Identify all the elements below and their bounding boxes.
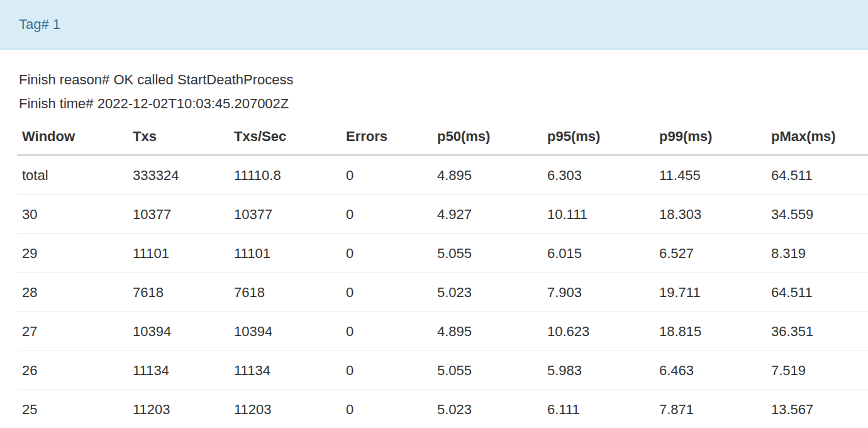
table-cell: 6.527 bbox=[654, 234, 766, 273]
table-cell: 7.903 bbox=[542, 273, 654, 312]
col-header-window: Window bbox=[17, 119, 128, 155]
table-cell: 10.111 bbox=[542, 195, 654, 234]
table-row: 25112031120305.0236.1117.87113.567 bbox=[17, 390, 868, 428]
table-cell: 0 bbox=[341, 155, 432, 195]
table-cell: 7618 bbox=[128, 273, 229, 312]
table-cell: 7.519 bbox=[766, 351, 868, 390]
table-cell: 10394 bbox=[229, 312, 341, 351]
table-cell: 8.319 bbox=[766, 234, 868, 273]
table-cell: 5.023 bbox=[432, 273, 542, 312]
table-cell: 36.351 bbox=[766, 312, 868, 351]
col-header-p99: p99(ms) bbox=[654, 119, 766, 155]
table-cell: 13.567 bbox=[766, 390, 868, 428]
table-cell: 28 bbox=[17, 273, 128, 312]
table-cell: total bbox=[17, 155, 128, 195]
table-cell: 0 bbox=[341, 351, 432, 390]
table-row: 26111341113405.0555.9836.4637.519 bbox=[17, 351, 868, 390]
table-cell: 0 bbox=[341, 390, 432, 428]
table-row: 30103771037704.92710.11118.30334.559 bbox=[17, 195, 868, 234]
table-cell: 25 bbox=[17, 390, 128, 428]
table-row: total33332411110.804.8956.30311.45564.51… bbox=[17, 155, 868, 195]
table-cell: 11134 bbox=[229, 351, 341, 390]
table-cell: 5.983 bbox=[542, 351, 654, 390]
table-cell: 34.559 bbox=[766, 195, 868, 234]
stats-table: Window Txs Txs/Sec Errors p50(ms) p95(ms… bbox=[17, 119, 868, 428]
table-row: 27103941039404.89510.62318.81536.351 bbox=[17, 312, 868, 351]
table-header-row: Window Txs Txs/Sec Errors p50(ms) p95(ms… bbox=[17, 119, 868, 155]
tag-panel-heading: Tag# 1 bbox=[0, 0, 868, 50]
panel-title: Tag# 1 bbox=[19, 16, 60, 32]
table-cell: 11110.8 bbox=[229, 155, 341, 195]
col-header-txs-sec: Txs/Sec bbox=[229, 119, 341, 155]
table-cell: 11203 bbox=[128, 390, 229, 428]
table-cell: 6.303 bbox=[542, 155, 654, 195]
table-cell: 10377 bbox=[229, 195, 341, 234]
table-cell: 10394 bbox=[128, 312, 229, 351]
table-cell: 4.927 bbox=[432, 195, 542, 234]
table-cell: 26 bbox=[17, 351, 128, 390]
table-cell: 4.895 bbox=[432, 312, 542, 351]
col-header-p50: p50(ms) bbox=[432, 119, 542, 155]
table-cell: 333324 bbox=[128, 155, 229, 195]
table-cell: 0 bbox=[341, 273, 432, 312]
table-cell: 27 bbox=[17, 312, 128, 351]
table-cell: 7618 bbox=[229, 273, 341, 312]
table-cell: 0 bbox=[341, 312, 432, 351]
table-cell: 18.303 bbox=[654, 195, 766, 234]
table-cell: 30 bbox=[17, 195, 128, 234]
finish-time-text: Finish time# 2022-12-02T10:03:45.207002Z bbox=[19, 92, 868, 116]
col-header-txs: Txs bbox=[128, 119, 229, 155]
table-cell: 6.015 bbox=[542, 234, 654, 273]
table-cell: 6.111 bbox=[542, 390, 654, 428]
table-cell: 11134 bbox=[128, 351, 229, 390]
table-body: total33332411110.804.8956.30311.45564.51… bbox=[17, 155, 868, 428]
run-summary: Finish reason# OK called StartDeathProce… bbox=[19, 68, 868, 116]
col-header-errors: Errors bbox=[341, 119, 432, 155]
table-cell: 19.711 bbox=[654, 273, 766, 312]
table-cell: 6.463 bbox=[654, 351, 766, 390]
table-cell: 5.055 bbox=[432, 234, 542, 273]
table-cell: 11.455 bbox=[654, 155, 766, 195]
table-cell: 11101 bbox=[128, 234, 229, 273]
table-cell: 64.511 bbox=[766, 155, 868, 195]
table-row: 29111011110105.0556.0156.5278.319 bbox=[17, 234, 868, 273]
table-cell: 0 bbox=[341, 195, 432, 234]
table-cell: 29 bbox=[17, 234, 128, 273]
col-header-p95: p95(ms) bbox=[542, 119, 654, 155]
table-cell: 5.023 bbox=[432, 390, 542, 428]
table-cell: 5.055 bbox=[432, 351, 542, 390]
table-cell: 11203 bbox=[229, 390, 341, 428]
col-header-pmax: pMax(ms) bbox=[766, 119, 868, 155]
finish-reason-text: Finish reason# OK called StartDeathProce… bbox=[19, 68, 868, 92]
table-cell: 10.623 bbox=[542, 312, 654, 351]
table-cell: 64.511 bbox=[766, 273, 868, 312]
table-row: 287618761805.0237.90319.71164.511 bbox=[17, 273, 868, 312]
table-cell: 11101 bbox=[229, 234, 341, 273]
table-cell: 7.871 bbox=[654, 390, 766, 428]
table-cell: 18.815 bbox=[654, 312, 766, 351]
table-cell: 10377 bbox=[128, 195, 229, 234]
table-cell: 4.895 bbox=[432, 155, 542, 195]
table-cell: 0 bbox=[341, 234, 432, 273]
